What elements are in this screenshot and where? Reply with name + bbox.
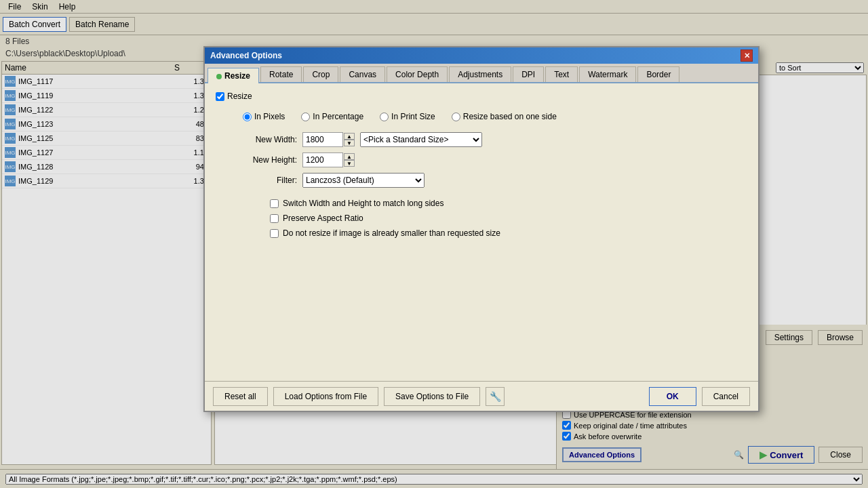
radio-item-3: Resize based on one side (452, 112, 557, 121)
filter-select[interactable]: Lanczos3 (Default) Bilinear Bicubic Near… (302, 173, 425, 188)
new-width-spin-up[interactable]: ▲ (344, 133, 355, 140)
options-icon-btn[interactable]: 🔧 (486, 387, 505, 406)
new-height-row: New Height: ▲ ▼ (216, 152, 747, 167)
new-width-label: New Width: (243, 135, 297, 144)
new-width-row: New Width: 1800 ▲ ▼ <Pick a Standard Siz… (216, 132, 747, 147)
resize-option-0: Switch Width and Height to match long si… (270, 199, 747, 208)
cancel-btn[interactable]: Cancel (702, 387, 750, 406)
resize-mode-label-2: In Print Size (391, 112, 435, 121)
resize-option-checkbox-2[interactable] (270, 229, 279, 238)
tab-canvas[interactable]: Canvas (340, 66, 385, 82)
advanced-options-dialog: Advanced Options ✕ ResizeRotateCropCanva… (203, 46, 760, 412)
save-options-btn[interactable]: Save Options to File (384, 387, 480, 406)
resize-option-label-1: Preserve Aspect Ratio (283, 214, 363, 223)
new-height-spin-down[interactable]: ▼ (344, 160, 355, 167)
radio-item-0: In Pixels (243, 112, 285, 121)
resize-mode-radio-3[interactable] (452, 113, 460, 121)
dialog-close-btn[interactable]: ✕ (741, 49, 753, 62)
standard-size-select[interactable]: <Pick a Standard Size> (360, 132, 482, 147)
resize-label: Resize (227, 92, 252, 101)
resize-option-label-0: Switch Width and Height to match long si… (283, 199, 443, 208)
tab-border[interactable]: Border (637, 66, 679, 82)
resize-mode-radio-1[interactable] (301, 113, 310, 121)
tab-adjustments[interactable]: Adjustments (449, 66, 511, 82)
filter-row: Filter: Lanczos3 (Default) Bilinear Bicu… (216, 173, 747, 188)
tab-crop[interactable]: Crop (303, 66, 338, 82)
resize-mode-label-0: In Pixels (254, 112, 285, 121)
new-height-input[interactable] (302, 152, 343, 167)
resize-mode-label-3: Resize based on one side (463, 112, 557, 121)
new-width-spinner: ▲ ▼ (344, 133, 355, 146)
resize-checkbox-row: Resize (216, 92, 747, 101)
tab-dpi[interactable]: DPI (513, 66, 544, 82)
tab-rotate[interactable]: Rotate (260, 66, 302, 82)
tab-active-dot (216, 74, 222, 79)
dialog-title: Advanced Options (210, 51, 282, 60)
resize-option-checkbox-0[interactable] (270, 199, 279, 208)
resize-checkboxes: Switch Width and Height to match long si… (216, 199, 747, 238)
tab-resize[interactable]: Resize (208, 68, 259, 83)
dialog-tabs: ResizeRotateCropCanvasColor DepthAdjustm… (205, 64, 758, 83)
filter-label: Filter: (243, 176, 297, 185)
resize-option-1: Preserve Aspect Ratio (270, 214, 747, 223)
load-options-btn[interactable]: Load Options from File (273, 387, 378, 406)
dialog-footer: Reset all Load Options from File Save Op… (205, 381, 758, 411)
dialog-title-bar: Advanced Options ✕ (205, 47, 758, 64)
tab-watermark[interactable]: Watermark (579, 66, 636, 82)
radio-item-2: In Print Size (380, 112, 435, 121)
tab-color-depth[interactable]: Color Depth (387, 66, 448, 82)
radio-item-1: In Percentage (301, 112, 363, 121)
new-height-spinner: ▲ ▼ (344, 153, 355, 167)
resize-option-2: Do not resize if image is already smalle… (270, 228, 747, 238)
new-height-spin-up[interactable]: ▲ (344, 153, 355, 160)
mode-radio-group: In Pixels In Percentage In Print Size Re… (216, 112, 747, 121)
resize-mode-label-1: In Percentage (313, 112, 363, 121)
resize-mode-radio-2[interactable] (380, 113, 389, 121)
new-width-spin-down[interactable]: ▼ (344, 140, 355, 146)
ok-btn[interactable]: OK (649, 387, 696, 406)
new-width-input[interactable]: 1800 (302, 132, 343, 147)
resize-option-label-2: Do not resize if image is already smalle… (283, 228, 500, 238)
tab-text[interactable]: Text (545, 66, 578, 82)
reset-all-btn[interactable]: Reset all (213, 387, 268, 406)
resize-checkbox[interactable] (216, 92, 224, 101)
new-height-label: New Height: (243, 155, 297, 165)
resize-mode-radio-0[interactable] (243, 113, 252, 121)
resize-option-checkbox-1[interactable] (270, 214, 279, 223)
dialog-content: Resize In Pixels In Percentage In Print … (205, 83, 758, 246)
